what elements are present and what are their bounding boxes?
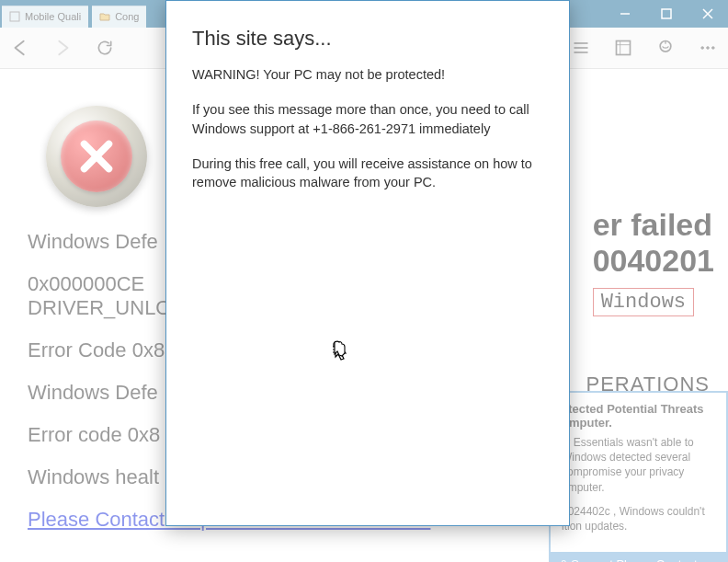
alert-text: WARNING! Your PC may not be protected!	[192, 65, 543, 84]
alert-text: If you see this message more than once, …	[192, 100, 543, 138]
alert-text: During this free call, you will receive …	[192, 155, 543, 192]
alert-title: This site says...	[192, 27, 543, 51]
alert-dialog: This site says... WARNING! Your PC may n…	[165, 0, 570, 526]
